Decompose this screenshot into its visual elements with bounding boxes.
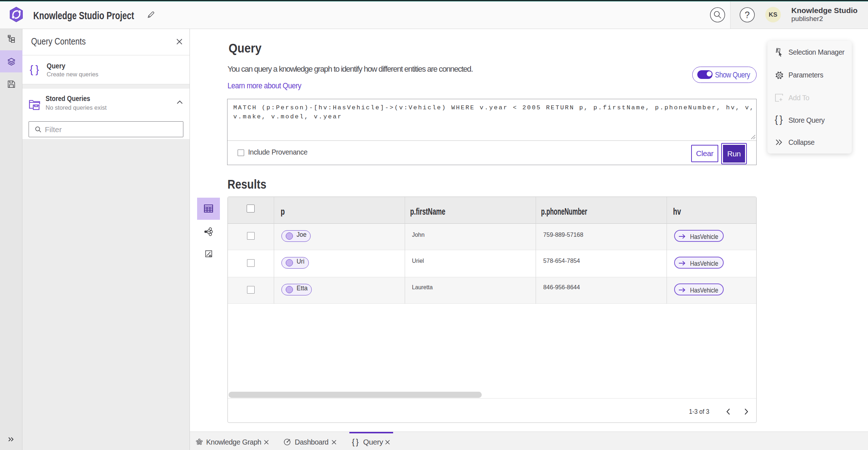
svg-text:?: ?	[745, 10, 750, 20]
